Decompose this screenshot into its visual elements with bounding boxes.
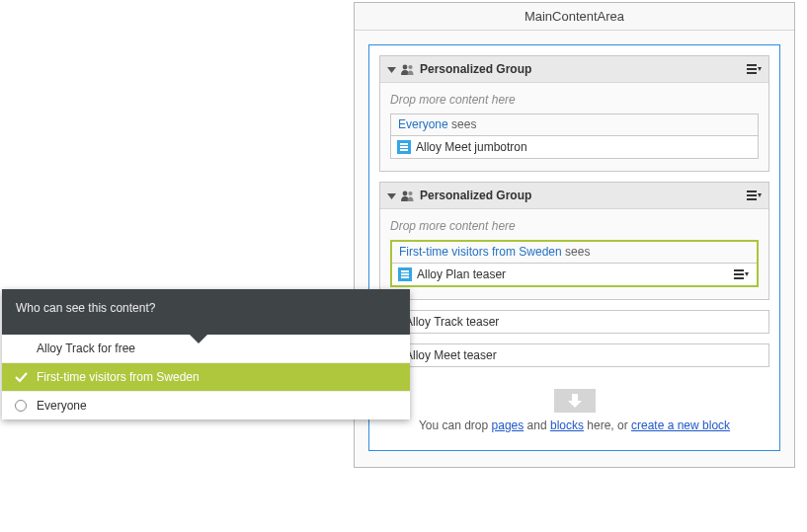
drop-text-mid2: here, or — [584, 418, 631, 432]
svg-rect-9 — [400, 149, 408, 151]
svg-rect-19 — [401, 276, 409, 278]
svg-rect-5 — [747, 72, 757, 74]
segment-sees: sees — [565, 245, 590, 259]
content-block-row[interactable]: Alloy Plan teaser — [392, 263, 757, 285]
segment-name: Everyone — [398, 117, 448, 131]
svg-rect-8 — [400, 146, 408, 148]
svg-rect-15 — [747, 198, 757, 200]
svg-point-12 — [408, 190, 412, 194]
group-header[interactable]: Personalized Group — [380, 56, 768, 83]
svg-rect-18 — [401, 273, 409, 275]
svg-marker-6 — [758, 67, 762, 71]
svg-marker-10 — [387, 193, 396, 199]
group-body: Drop more content here First-time visito… — [380, 209, 768, 299]
content-block-row[interactable]: Alloy Meet teaser — [379, 343, 769, 367]
popup-option-label: Everyone — [37, 399, 87, 413]
popup-option-label: First-time visitors from Sweden — [37, 370, 200, 384]
block-name: Alloy Meet teaser — [405, 348, 763, 362]
content-area-frame[interactable]: Personalized Group Drop more content her… — [368, 44, 780, 451]
segment-label: Everyone sees — [391, 114, 758, 135]
group-title: Personalized Group — [420, 62, 747, 76]
block-icon — [398, 267, 412, 281]
svg-marker-16 — [758, 193, 762, 197]
svg-rect-22 — [734, 277, 744, 279]
main-content-area-panel: MainContentArea — [354, 2, 795, 468]
block-menu-icon[interactable] — [734, 269, 751, 280]
users-icon — [400, 64, 415, 75]
group-menu-icon[interactable] — [747, 190, 762, 201]
pages-link[interactable]: pages — [492, 418, 525, 432]
drop-arrow-icon — [554, 389, 596, 413]
popup-title: Who can see this content? — [16, 301, 155, 315]
content-block-row[interactable]: Alloy Track teaser — [379, 310, 769, 334]
group-header[interactable]: Personalized Group — [380, 183, 768, 209]
group-body: Drop more content here Everyone sees All… — [380, 83, 768, 171]
svg-point-11 — [403, 190, 408, 195]
content-block-row[interactable]: Alloy Meet jumbotron — [391, 135, 758, 158]
svg-rect-30 — [572, 394, 578, 401]
svg-rect-13 — [747, 190, 757, 192]
drop-hint: Drop more content here — [390, 93, 759, 107]
block-name: Alloy Plan teaser — [417, 267, 734, 281]
svg-marker-31 — [568, 401, 582, 408]
drop-text-pre: You can drop — [419, 418, 492, 432]
popup-option-label: Alloy Track for free — [37, 342, 135, 355]
block-name: Alloy Meet jumbotron — [416, 140, 752, 154]
collapse-toggle-icon[interactable] — [387, 191, 396, 200]
personalized-group: Personalized Group Drop more content her… — [379, 55, 769, 172]
popup-option-selected[interactable]: First-time visitors from Sweden — [2, 363, 410, 392]
svg-rect-14 — [747, 194, 757, 196]
collapse-toggle-icon[interactable] — [387, 65, 396, 74]
svg-rect-20 — [734, 269, 744, 271]
popup-pointer-icon — [190, 335, 207, 343]
svg-point-2 — [408, 64, 412, 68]
block-icon — [397, 140, 411, 154]
popup-header: Who can see this content? — [2, 289, 410, 335]
radio-icon — [14, 399, 28, 413]
visitor-segment: First-time visitors from Sweden sees All… — [390, 240, 759, 287]
svg-rect-17 — [401, 270, 409, 272]
create-block-link[interactable]: create a new block — [631, 418, 730, 432]
group-title: Personalized Group — [420, 189, 747, 202]
popup-list: Alloy Track for free First-time visitors… — [2, 335, 410, 419]
blocks-link[interactable]: blocks — [550, 418, 584, 432]
segment-sees: sees — [451, 117, 476, 131]
users-icon — [400, 190, 415, 201]
segment-label: First-time visitors from Sweden sees — [392, 242, 757, 263]
svg-marker-23 — [745, 272, 749, 276]
visitor-popup: Who can see this content? Alloy Track fo… — [2, 289, 410, 419]
popup-option-everyone[interactable]: Everyone — [2, 392, 410, 419]
drop-hint: Drop more content here — [390, 219, 759, 233]
svg-point-1 — [403, 64, 408, 69]
segment-name: First-time visitors from Sweden — [399, 245, 562, 259]
svg-rect-21 — [734, 273, 744, 275]
drop-zone-text: You can drop pages and blocks here, or c… — [379, 418, 769, 432]
standalone-blocks: Alloy Track teaser Alloy Meet teaser — [379, 310, 769, 367]
visitor-segment: Everyone sees Alloy Meet jumbotron — [390, 114, 759, 159]
svg-rect-7 — [400, 143, 408, 145]
svg-rect-4 — [747, 68, 757, 70]
check-icon — [14, 370, 28, 384]
panel-title: MainContentArea — [355, 3, 794, 31]
personalized-group: Personalized Group Drop more content her… — [379, 182, 769, 300]
panel-body: Personalized Group Drop more content her… — [355, 31, 794, 467]
group-menu-icon[interactable] — [747, 64, 762, 75]
drop-text-mid1: and — [524, 418, 550, 432]
svg-marker-0 — [387, 67, 396, 73]
block-name: Alloy Track teaser — [405, 315, 763, 329]
blank-icon — [14, 342, 28, 355]
svg-rect-3 — [747, 64, 757, 66]
drop-zone[interactable]: You can drop pages and blocks here, or c… — [379, 389, 769, 432]
